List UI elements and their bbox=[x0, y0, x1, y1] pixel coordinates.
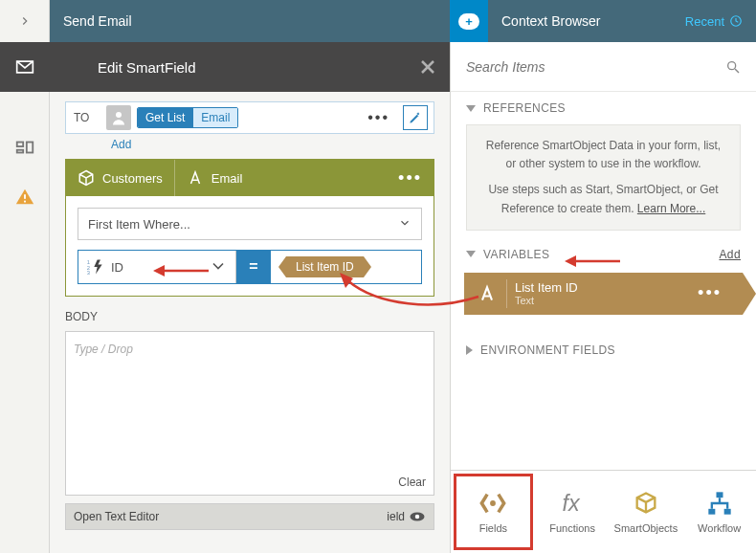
text-a-icon bbox=[470, 278, 504, 309]
svg-text:3: 3 bbox=[87, 270, 90, 276]
condition-value-label: List Item ID bbox=[296, 260, 354, 274]
tab-functions-label: Functions bbox=[549, 522, 595, 534]
add-recipient-link[interactable]: Add bbox=[111, 138, 434, 151]
email-body-editor[interactable]: Type / Drop Clear bbox=[65, 331, 434, 496]
condition-row: 123 ID = List Item ID bbox=[78, 250, 422, 284]
tab-smartobjects[interactable]: SmartObjects bbox=[610, 471, 683, 553]
context-browser-panel: REFERENCES Reference SmartObject Data in… bbox=[450, 42, 756, 553]
section-environment-label: ENVIRONMENT FIELDS bbox=[480, 343, 615, 357]
pill-action-label: Get List bbox=[138, 108, 192, 127]
section-environment-header[interactable]: ENVIRONMENT FIELDS bbox=[451, 334, 756, 363]
eye-icon bbox=[409, 511, 426, 522]
body-label: BODY bbox=[65, 310, 434, 323]
tab-functions[interactable]: fx Functions bbox=[536, 471, 610, 553]
body-placeholder: Type / Drop bbox=[74, 343, 133, 356]
chevron-down-icon bbox=[466, 105, 476, 112]
clear-body-link[interactable]: Clear bbox=[398, 476, 426, 489]
variable-type: Text bbox=[515, 295, 578, 306]
context-browser-title: Context Browser bbox=[501, 13, 600, 29]
functions-icon: fx bbox=[559, 490, 586, 517]
svg-point-8 bbox=[116, 112, 122, 118]
smartobject-body: First Item Where... 123 ID bbox=[66, 196, 434, 296]
left-rail bbox=[0, 42, 50, 553]
smartobject-block: Customers Email ••• First Item Where... bbox=[65, 159, 434, 297]
condition-operator[interactable]: = bbox=[236, 251, 271, 283]
tab-fields[interactable]: Fields bbox=[454, 474, 533, 550]
smartobject-name: Customers bbox=[102, 171, 163, 186]
user-placeholder-icon bbox=[106, 105, 131, 130]
variable-card[interactable]: List Item ID Text ••• bbox=[464, 273, 743, 315]
svg-rect-3 bbox=[16, 150, 22, 153]
cube-icon bbox=[78, 169, 95, 187]
svg-rect-20 bbox=[723, 509, 730, 515]
edit-header: Edit SmartField bbox=[50, 42, 450, 92]
search-input[interactable] bbox=[466, 59, 725, 75]
smartobject-more-button[interactable]: ••• bbox=[387, 168, 434, 188]
chevron-down-icon bbox=[398, 216, 411, 232]
tab-workflow[interactable]: Workflow bbox=[682, 471, 756, 553]
condition-value-wrap[interactable]: List Item ID bbox=[271, 251, 421, 283]
layout-icon[interactable] bbox=[13, 136, 36, 159]
editor-body: TO Get List Email ••• Add bbox=[50, 92, 450, 530]
smartobjects-icon bbox=[633, 490, 659, 517]
clock-icon bbox=[729, 14, 743, 28]
svg-text:fx: fx bbox=[563, 491, 581, 516]
close-icon bbox=[420, 59, 435, 75]
svg-rect-1 bbox=[16, 143, 22, 147]
add-step-button[interactable]: + bbox=[450, 0, 488, 42]
condition-field-label: ID bbox=[111, 260, 203, 275]
main-row: Edit SmartField TO Get List Email ••• bbox=[0, 42, 756, 553]
svg-rect-18 bbox=[716, 492, 723, 498]
chevron-down-icon bbox=[209, 256, 228, 278]
chevron-down-icon bbox=[466, 251, 476, 257]
smartobject-field-name: Email bbox=[211, 171, 243, 186]
search-icon bbox=[725, 59, 741, 75]
tab-fields-label: Fields bbox=[479, 522, 507, 534]
top-bar: Send Email + Context Browser Recent bbox=[0, 0, 756, 42]
filter-select-label: First Item Where... bbox=[88, 217, 190, 232]
recent-link[interactable]: Recent bbox=[685, 14, 743, 29]
text-a-icon bbox=[187, 169, 204, 187]
svg-rect-5 bbox=[24, 201, 26, 203]
warning-icon[interactable] bbox=[13, 186, 36, 209]
section-references-label: REFERENCES bbox=[483, 101, 566, 115]
learn-more-link[interactable]: Learn More... bbox=[637, 202, 705, 215]
workflow-icon bbox=[706, 490, 733, 517]
collapse-toggle[interactable] bbox=[0, 0, 50, 42]
svg-point-14 bbox=[728, 61, 736, 69]
context-bottom-tabs: Fields fx Functions SmartObjects Workflo… bbox=[451, 470, 756, 553]
edit-smartfield-title: Edit SmartField bbox=[94, 59, 411, 76]
to-label: TO bbox=[74, 111, 100, 124]
smartobject-header: Customers Email ••• bbox=[66, 160, 434, 196]
to-field-row: TO Get List Email ••• bbox=[65, 101, 434, 134]
mail-icon bbox=[0, 42, 50, 92]
svg-rect-4 bbox=[24, 194, 26, 199]
fields-icon bbox=[479, 490, 506, 517]
condition-value-tag[interactable]: List Item ID bbox=[286, 256, 364, 277]
smartfield-pill[interactable]: Get List Email bbox=[137, 107, 238, 128]
to-more-button[interactable]: ••• bbox=[360, 110, 397, 125]
svg-rect-19 bbox=[708, 509, 715, 515]
field-suffix-label: ield bbox=[387, 510, 405, 523]
section-variables-header[interactable]: VARIABLES Add bbox=[451, 238, 756, 267]
open-text-editor-bar[interactable]: Open Text Editor ield bbox=[65, 503, 434, 530]
recent-label: Recent bbox=[685, 14, 724, 29]
add-variable-link[interactable]: Add bbox=[719, 248, 741, 261]
references-info-line1: Reference SmartObject Data in your form,… bbox=[480, 137, 726, 173]
tab-smartobjects-label: SmartObjects bbox=[614, 522, 678, 534]
panel-title-right: Context Browser Recent bbox=[488, 0, 756, 42]
svg-line-15 bbox=[735, 69, 739, 73]
close-button[interactable] bbox=[411, 51, 444, 83]
center-column: Edit SmartField TO Get List Email ••• bbox=[50, 42, 450, 553]
chevron-right-icon bbox=[466, 345, 473, 355]
pencil-icon bbox=[409, 111, 422, 124]
filter-select[interactable]: First Item Where... bbox=[78, 208, 422, 240]
panel-title-left: Send Email bbox=[50, 0, 450, 42]
section-references-header[interactable]: REFERENCES bbox=[451, 92, 756, 121]
variable-more-button[interactable]: ••• bbox=[698, 283, 722, 303]
search-row bbox=[451, 42, 756, 92]
references-info-box: Reference SmartObject Data in your form,… bbox=[466, 124, 741, 231]
condition-field-select[interactable]: 123 ID bbox=[78, 251, 236, 283]
svg-point-13 bbox=[415, 515, 420, 520]
edit-to-button[interactable] bbox=[403, 105, 428, 130]
